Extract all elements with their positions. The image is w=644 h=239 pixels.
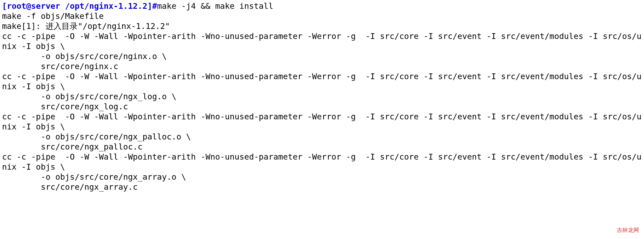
watermark-label: 吉林龙网 bbox=[617, 226, 639, 234]
output-line: src/core/nginx.c bbox=[2, 62, 118, 71]
output-line: make[1]: 进入目录"/opt/nginx-1.12.2" bbox=[2, 21, 170, 31]
terminal-output[interactable]: [root@server /opt/nginx-1.12.2]#make -j4… bbox=[0, 0, 644, 193]
output-line: src/core/ngx_log.c bbox=[2, 102, 128, 111]
output-line: src/core/ngx_palloc.c bbox=[2, 142, 143, 152]
output-line: -o objs/src/core/ngx_array.o \ bbox=[2, 172, 186, 182]
output-line: cc -c -pipe -O -W -Wall -Wpointer-arith … bbox=[2, 152, 641, 172]
output-line: -o objs/src/core/nginx.o \ bbox=[2, 52, 167, 61]
output-line: cc -c -pipe -O -W -Wall -Wpointer-arith … bbox=[2, 31, 641, 51]
output-line: cc -c -pipe -O -W -Wall -Wpointer-arith … bbox=[2, 72, 641, 91]
output-line: -o objs/src/core/ngx_palloc.o \ bbox=[2, 132, 191, 141]
shell-command: make -j4 && make install bbox=[157, 1, 273, 11]
shell-prompt: [root@server /opt/nginx-1.12.2]# bbox=[2, 1, 157, 11]
output-line: make -f objs/Makefile bbox=[2, 11, 104, 21]
output-line: -o objs/src/core/ngx_log.o \ bbox=[2, 92, 177, 101]
output-line: cc -c -pipe -O -W -Wall -Wpointer-arith … bbox=[2, 112, 641, 131]
output-line: src/core/ngx_array.c bbox=[2, 182, 138, 192]
